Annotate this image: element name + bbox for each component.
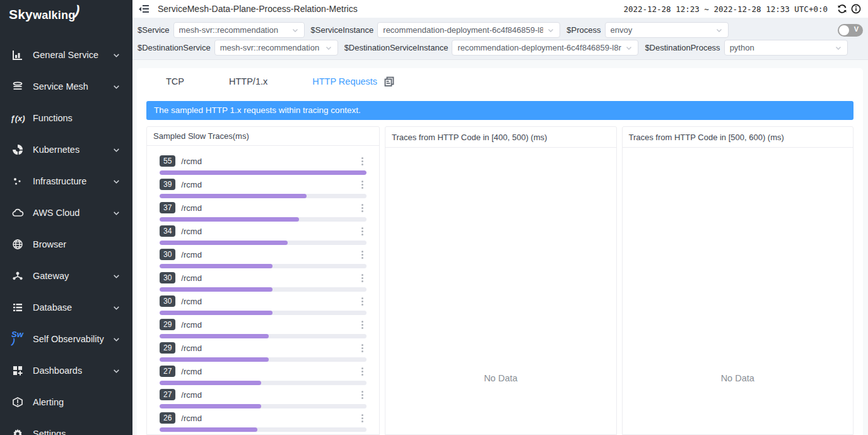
kebab-menu-icon[interactable]: [358, 179, 367, 190]
refresh-icon[interactable]: [836, 3, 848, 15]
trace-duration-badge[interactable]: 29: [160, 319, 175, 330]
chevron-down-icon: [112, 209, 121, 217]
sidebar-item-kubernetes[interactable]: Kubernetes: [0, 134, 132, 165]
service-select[interactable]: mesh-svr::recommendation: [173, 22, 305, 38]
trace-row: 27/rcmd: [160, 364, 367, 388]
chevron-down-icon: [112, 304, 121, 312]
tab-tcp[interactable]: TCP: [166, 76, 184, 86]
trace-row-top: 30/rcmd: [160, 271, 367, 285]
trace-endpoint-label[interactable]: /rcmd: [181, 297, 358, 306]
trace-endpoint-label[interactable]: /rcmd: [181, 250, 358, 259]
dashboard-content: TCPHTTP/1.xHTTP Requests The sampled HTT…: [132, 60, 868, 435]
serviceinstance-select[interactable]: recommendation-deployment-6c4f846859-l8r…: [377, 22, 560, 38]
trace-duration-badge[interactable]: 29: [160, 342, 175, 354]
kebab-menu-icon[interactable]: [358, 226, 367, 237]
sidebar-item-settings[interactable]: Settings: [0, 418, 132, 435]
trace-endpoint-label[interactable]: /rcmd: [181, 157, 358, 166]
collapse-sidebar-icon[interactable]: [139, 3, 150, 15]
trace-bar-fill: [160, 287, 273, 292]
chevron-down-icon: [112, 272, 121, 280]
sidebar-item-infrastructure[interactable]: Infrastructure: [0, 165, 132, 197]
trace-endpoint-label[interactable]: /rcmd: [181, 320, 358, 330]
skywalking-logo[interactable]: Skywalking): [0, 0, 132, 23]
sidebar-item-browser[interactable]: Browser: [0, 229, 132, 260]
sidebar-item-label: Gateway: [33, 271, 112, 281]
trace-bar-track: [160, 404, 367, 408]
trace-duration-badge[interactable]: 27: [160, 366, 175, 377]
trace-duration-badge[interactable]: 26: [160, 412, 175, 424]
sidebar-item-general-service[interactable]: General Service: [0, 39, 132, 71]
trace-row: 27/rcmd: [160, 388, 367, 411]
variables-toggle[interactable]: V: [838, 24, 863, 37]
kebab-menu-icon[interactable]: [358, 319, 367, 330]
trace-bar-track: [160, 381, 367, 385]
filter-group-service: $Servicemesh-svr::recommendation: [138, 22, 305, 38]
trace-row: 37/rcmd: [160, 201, 367, 224]
sidebar-item-gateway[interactable]: Gateway: [0, 260, 132, 292]
sidebar-item-alerting[interactable]: Alerting: [0, 386, 132, 418]
dots-icon: [11, 175, 24, 188]
trace-bar-fill: [160, 170, 367, 175]
tab-http-1-x[interactable]: HTTP/1.x: [229, 76, 267, 86]
trace-endpoint-label[interactable]: /rcmd: [181, 390, 358, 400]
panel-http-5xx-traces: Traces from HTTP Code in [500, 600) (ms)…: [622, 126, 854, 435]
kebab-menu-icon[interactable]: [358, 366, 367, 377]
sidebar-item-label: Browser: [33, 239, 121, 249]
chevron-down-icon: [112, 51, 121, 59]
trace-endpoint-label[interactable]: /rcmd: [181, 414, 358, 423]
destinationprocess-select[interactable]: python: [724, 40, 848, 56]
trace-duration-badge[interactable]: 39: [160, 179, 175, 190]
filter-group-destinationprocess: $DestinationProcesspython: [645, 40, 847, 56]
sidebar-item-database[interactable]: Database: [0, 292, 132, 323]
trace-duration-badge[interactable]: 30: [160, 272, 175, 283]
kebab-menu-icon[interactable]: [358, 390, 367, 400]
trace-duration-badge[interactable]: 34: [160, 225, 175, 237]
kebab-menu-icon[interactable]: [358, 296, 367, 307]
trace-bar-track: [160, 357, 367, 362]
sidebar-item-dashboards[interactable]: Dashboards: [0, 355, 132, 386]
sidebar-item-self-observability[interactable]: Sw﻿)Self Observability: [0, 323, 132, 355]
trace-endpoint-label[interactable]: /rcmd: [181, 343, 358, 353]
sidebar-item-aws-cloud[interactable]: AWS Cloud: [0, 197, 132, 229]
trace-endpoint-label[interactable]: /rcmd: [181, 367, 358, 376]
tab-bar: TCPHTTP/1.xHTTP Requests: [137, 68, 863, 95]
kebab-menu-icon[interactable]: [358, 273, 367, 283]
kebab-menu-icon[interactable]: [358, 203, 367, 213]
trace-bar-track: [160, 264, 367, 268]
destinationserviceinstance-select[interactable]: recommendation-deployment-6c4f846859-l8r…: [452, 40, 638, 56]
kebab-menu-icon[interactable]: [358, 343, 367, 354]
trace-bar-track: [160, 427, 367, 432]
trace-bar-fill: [160, 334, 269, 338]
toggle-label: V: [854, 25, 859, 33]
trace-duration-badge[interactable]: 30: [160, 249, 175, 260]
info-icon[interactable]: [850, 3, 862, 15]
kebab-menu-icon[interactable]: [358, 249, 367, 260]
trace-duration-badge[interactable]: 27: [160, 389, 175, 400]
tab-http-requests[interactable]: HTTP Requests: [312, 76, 377, 86]
kebab-menu-icon[interactable]: [358, 156, 367, 167]
trace-endpoint-label[interactable]: /rcmd: [181, 273, 358, 283]
filter-group-process: $Processenvoy: [566, 22, 728, 38]
function-icon: ƒ(x): [11, 112, 24, 124]
sidebar-item-label: Infrastructure: [33, 176, 112, 186]
trace-row-top: 39/rcmd: [160, 177, 367, 191]
trace-row-top: 27/rcmd: [160, 388, 367, 402]
trace-duration-badge[interactable]: 30: [160, 295, 175, 307]
globe-icon: [11, 238, 24, 251]
kebab-menu-icon[interactable]: [358, 413, 367, 424]
trace-endpoint-label[interactable]: /rcmd: [181, 180, 358, 189]
sidebar-item-service-mesh[interactable]: Service Mesh: [0, 71, 132, 102]
kubernetes-icon: [11, 143, 24, 156]
time-range-picker[interactable]: 2022-12-28 12:23 ~ 2022-12-28 12:33 UTC+…: [623, 4, 828, 14]
destinationservice-select[interactable]: mesh-svr::recommendation: [214, 40, 338, 56]
trace-duration-badge[interactable]: 55: [160, 155, 175, 167]
sidebar-item-functions[interactable]: ƒ(x)Functions: [0, 102, 132, 134]
trace-bar-track: [160, 170, 367, 175]
trace-endpoint-label[interactable]: /rcmd: [181, 227, 358, 236]
trace-duration-badge[interactable]: 37: [160, 202, 175, 213]
trace-endpoint-label[interactable]: /rcmd: [181, 203, 358, 213]
copy-tab-link-icon[interactable]: [384, 75, 396, 88]
process-select[interactable]: envoy: [605, 22, 729, 38]
panels-row: Sampled Slow Traces(ms) 55/rcmd39/rcmd37…: [137, 126, 863, 435]
filter-label: $Service: [138, 25, 170, 35]
